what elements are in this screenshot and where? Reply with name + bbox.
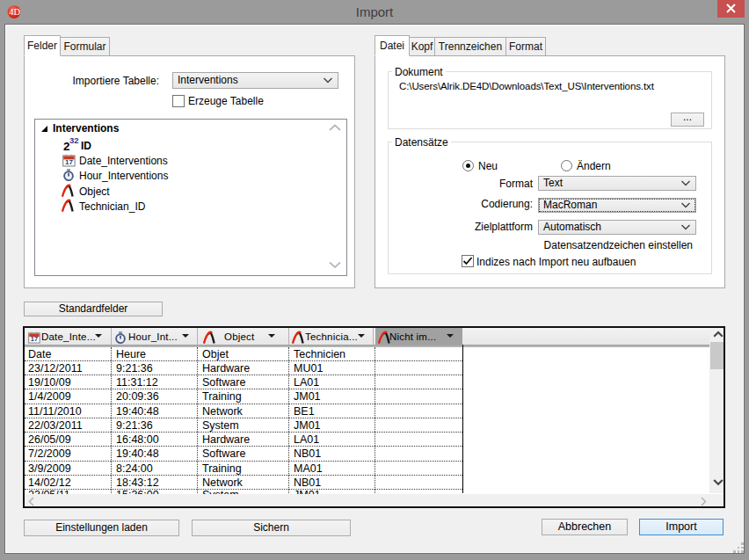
svg-text:17: 17	[65, 158, 73, 166]
svg-text:17: 17	[31, 335, 38, 343]
